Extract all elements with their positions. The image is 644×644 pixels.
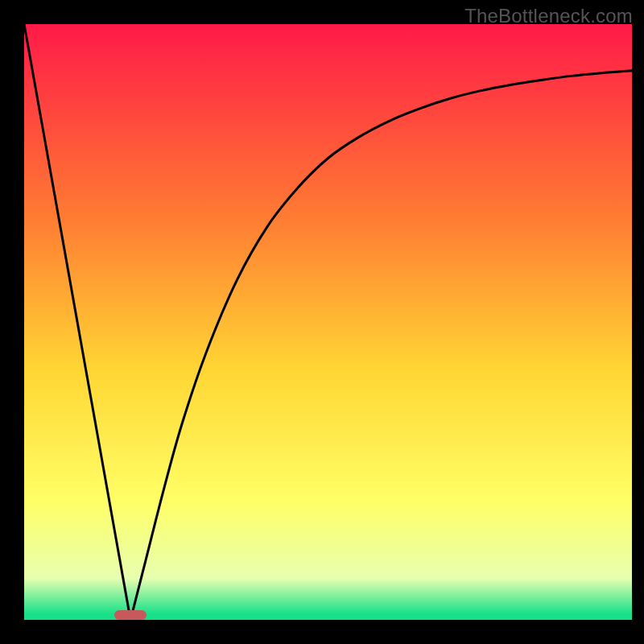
left-line-series: [24, 24, 130, 620]
chart-frame: TheBottleneck.com: [0, 0, 644, 644]
watermark-text: TheBottleneck.com: [464, 5, 633, 27]
right-curve-series: [130, 71, 632, 620]
plot-area: [24, 24, 632, 620]
chart-curves: [24, 24, 632, 620]
bottleneck-marker: [114, 610, 147, 620]
